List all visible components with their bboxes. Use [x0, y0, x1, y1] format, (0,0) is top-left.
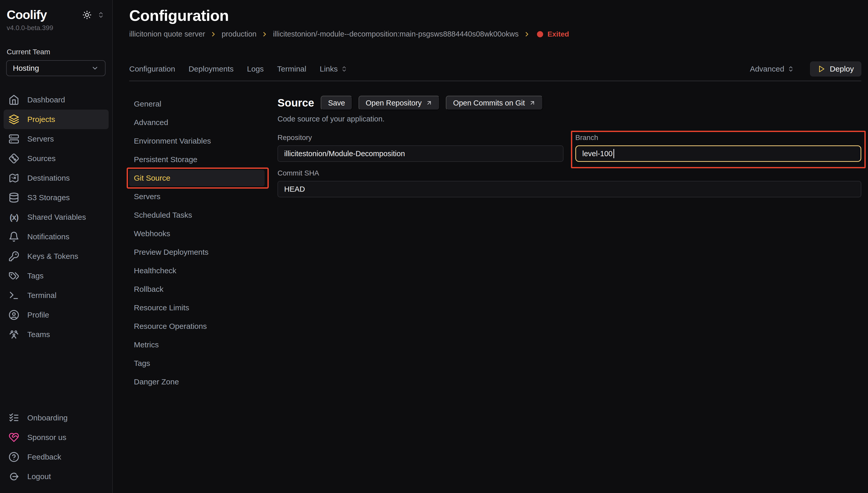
variables-icon: (x)	[8, 212, 20, 223]
subnav-item-resource-limits[interactable]: Resource Limits	[129, 299, 264, 317]
chevron-right-icon	[210, 30, 217, 38]
sidebar-item-label: Dashboard	[27, 95, 65, 104]
git-source-icon	[8, 153, 20, 164]
chevron-right-icon	[261, 30, 268, 38]
subnav-item-general[interactable]: General	[129, 95, 264, 113]
open-commits-button[interactable]: Open Commits on Git	[446, 96, 543, 110]
tab-terminal[interactable]: Terminal	[277, 65, 306, 73]
home-icon	[8, 94, 20, 106]
server-icon	[8, 133, 20, 145]
sidebar-item-profile[interactable]: Profile	[4, 305, 109, 325]
deploy-button[interactable]: Deploy	[810, 62, 861, 77]
key-icon	[8, 251, 20, 262]
subnav-item-environment-variables[interactable]: Environment Variables	[129, 132, 264, 150]
sidebar-item-label: Terminal	[27, 291, 56, 300]
sidebar-item-onboarding[interactable]: Onboarding	[4, 408, 109, 428]
repository-input[interactable]: illicitestonion/Module-Decomposition	[277, 145, 564, 162]
sidebar-item-terminal[interactable]: Terminal	[4, 286, 109, 305]
git-source-panel: Source Save Open Repository Open Commits…	[277, 95, 861, 197]
text-cursor	[613, 149, 614, 158]
source-description: Code source of your application.	[277, 115, 861, 123]
branch-label: Branch	[575, 133, 861, 142]
sidebar-item-destinations[interactable]: Destinations	[4, 168, 109, 188]
commit-sha-input[interactable]: HEAD	[277, 181, 861, 197]
sidebar-item-label: Notifications	[27, 232, 69, 241]
sidebar-item-feedback[interactable]: Feedback	[4, 447, 109, 467]
breadcrumb-application[interactable]: illicitestonion/-module--decomposition:m…	[273, 30, 518, 38]
team-select[interactable]: Hosting	[6, 60, 106, 76]
subnav-item-git-source[interactable]: Git Source	[129, 170, 264, 186]
sidebar-item-label: Logout	[27, 472, 51, 481]
subnav-item-servers[interactable]: Servers	[129, 187, 264, 206]
tab-deployments[interactable]: Deployments	[188, 65, 233, 73]
sidebar-item-label: Projects	[27, 115, 55, 124]
subnav-item-healthcheck[interactable]: Healthcheck	[129, 261, 264, 280]
sidebar-item-label: S3 Storages	[27, 193, 70, 202]
sidebar-item-logout[interactable]: Logout	[4, 467, 109, 486]
breadcrumb-environment[interactable]: production	[221, 30, 256, 38]
source-heading: Source	[277, 97, 314, 109]
sidebar-item-teams[interactable]: Teams	[4, 325, 109, 344]
tags-icon	[8, 270, 20, 281]
commit-sha-field-group: Commit SHA HEAD	[277, 169, 861, 197]
sidebar-item-servers[interactable]: Servers	[4, 129, 109, 149]
chevrons-up-down-icon	[341, 66, 347, 72]
subnav-item-persistent-storage[interactable]: Persistent Storage	[129, 150, 264, 169]
sidebar-item-label: Sources	[27, 154, 56, 163]
team-select-value: Hosting	[13, 64, 39, 72]
terminal-icon	[8, 290, 20, 301]
tab-logs[interactable]: Logs	[247, 65, 264, 73]
repository-label: Repository	[277, 133, 564, 142]
status-dot-icon	[536, 30, 544, 38]
branch-input[interactable]: level-100	[575, 145, 861, 162]
save-button[interactable]: Save	[321, 96, 352, 110]
sidebar-item-keys-tokens[interactable]: Keys & Tokens	[4, 246, 109, 266]
tabs-row: Configuration Deployments Logs Terminal …	[129, 62, 861, 77]
sidebar-item-label: Servers	[27, 134, 54, 143]
subnav-item-resource-operations[interactable]: Resource Operations	[129, 317, 264, 336]
layers-icon	[8, 114, 20, 125]
subnav-item-webhooks[interactable]: Webhooks	[129, 224, 264, 243]
tabs-divider	[129, 81, 861, 81]
bell-icon	[8, 231, 20, 242]
current-team-label: Current Team	[0, 48, 112, 56]
chevrons-up-down-icon[interactable]	[97, 11, 105, 19]
help-circle-icon	[8, 451, 20, 463]
subnav-item-metrics[interactable]: Metrics	[129, 336, 264, 354]
subnav-item-tags[interactable]: Tags	[129, 354, 264, 372]
play-icon	[818, 65, 825, 73]
chevron-down-icon	[91, 64, 99, 72]
tab-configuration[interactable]: Configuration	[129, 65, 175, 73]
repository-field-group: Repository illicitestonion/Module-Decomp…	[277, 133, 564, 162]
advanced-menu[interactable]: Advanced	[750, 65, 794, 73]
sidebar-item-s3-storages[interactable]: S3 Storages	[4, 188, 109, 207]
subnav-item-scheduled-tasks[interactable]: Scheduled Tasks	[129, 206, 264, 224]
commit-sha-label: Commit SHA	[277, 169, 861, 178]
sidebar-item-shared-variables[interactable]: (x) Shared Variables	[4, 207, 109, 227]
sidebar-footer: Onboarding Sponsor us Feedback Logout	[0, 408, 112, 486]
tab-links[interactable]: Links	[320, 65, 347, 73]
external-link-icon	[426, 100, 432, 106]
sidebar-item-label: Shared Variables	[27, 213, 86, 221]
sidebar-nav: Dashboard Projects Servers Sources Desti…	[0, 90, 112, 344]
sidebar-item-label: Sponsor us	[27, 433, 66, 442]
subnav-item-rollback[interactable]: Rollback	[129, 280, 264, 299]
sidebar-item-tags[interactable]: Tags	[4, 266, 109, 286]
sidebar-item-label: Onboarding	[27, 413, 68, 422]
checklist-icon	[8, 412, 20, 424]
sidebar-item-label: Tags	[27, 272, 43, 280]
open-repository-button[interactable]: Open Repository	[359, 96, 440, 110]
sidebar-item-sponsor-us[interactable]: Sponsor us	[4, 428, 109, 447]
subnav-item-preview-deployments[interactable]: Preview Deployments	[129, 243, 264, 261]
sidebar-item-dashboard[interactable]: Dashboard	[4, 90, 109, 110]
app-version: v4.0.0-beta.399	[0, 24, 112, 32]
sidebar-item-projects[interactable]: Projects	[4, 110, 109, 129]
sidebar-item-sources[interactable]: Sources	[4, 149, 109, 168]
sidebar-item-notifications[interactable]: Notifications	[4, 227, 109, 246]
map-icon	[8, 172, 20, 184]
subnav-item-advanced[interactable]: Advanced	[129, 113, 264, 132]
breadcrumb-project[interactable]: illicitonion quote server	[129, 30, 205, 38]
theme-sun-icon[interactable]	[82, 10, 92, 20]
app-logo: Coolify	[7, 8, 47, 22]
subnav-item-danger-zone[interactable]: Danger Zone	[129, 372, 264, 391]
